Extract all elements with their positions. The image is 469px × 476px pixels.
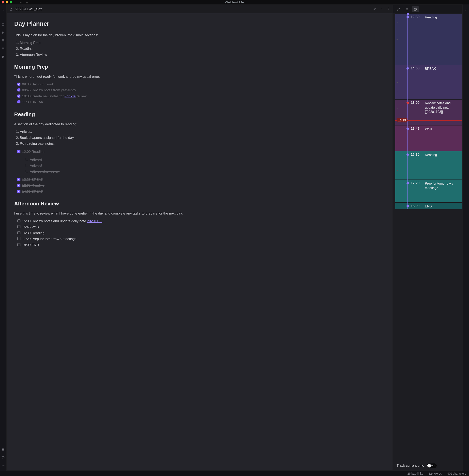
timeline-label: Prep for tomorrow's meetings	[425, 181, 460, 190]
workspace: 2020-11-21_Sat Day Planner This is my pl…	[6, 4, 463, 471]
checkbox[interactable]	[17, 178, 20, 181]
morning-tasks: 09:30 Setup for work 09:45 Review notes …	[17, 81, 385, 105]
reading-intro: A section of the day dedicated to readin…	[14, 122, 385, 127]
timeline-block[interactable]: 18:00END	[395, 202, 462, 209]
expand-sidebar-icon[interactable]	[1, 8, 5, 12]
more-options-icon[interactable]	[387, 7, 390, 11]
timeline-time: 17:20	[411, 181, 419, 185]
checkbox[interactable]	[17, 150, 20, 153]
timeline-block[interactable]: 17:20Prep for tomorrow's meetings	[395, 180, 462, 202]
task-item: Article 2	[25, 163, 385, 169]
task-item: 09:30 Setup for work	[17, 81, 385, 87]
checkbox[interactable]	[17, 95, 20, 98]
edit-mode-icon[interactable]	[373, 7, 376, 11]
task-text: 15:00 Review notes and update daily note…	[22, 219, 102, 224]
timeline-dot	[406, 153, 409, 156]
svg-point-15	[388, 8, 389, 8]
timeline-time: 15:00	[411, 101, 419, 105]
copy-icon[interactable]	[1, 55, 5, 59]
morning-intro: This is where I get ready for work and d…	[14, 74, 385, 79]
checkbox[interactable]	[17, 237, 20, 240]
timeline-block[interactable]: 16:30Reading	[395, 151, 462, 180]
svg-rect-0	[2, 23, 4, 26]
task-item: 11:30 BREAK	[17, 99, 385, 105]
quick-switcher-icon[interactable]	[1, 23, 5, 26]
checkbox[interactable]	[25, 158, 28, 161]
status-backlinks[interactable]: 25 backlinks	[407, 472, 423, 475]
checkbox[interactable]	[17, 100, 20, 103]
nav-forward-button[interactable]: →	[26, 0, 29, 4]
checkbox[interactable]	[17, 184, 20, 187]
app-title: Obsidian 0.9.16	[0, 1, 469, 4]
checkbox[interactable]	[17, 231, 20, 234]
maximize-window-button[interactable]	[10, 1, 12, 3]
help-icon[interactable]	[1, 456, 5, 459]
vault-icon[interactable]	[1, 448, 5, 451]
checkbox[interactable]	[17, 225, 20, 228]
section-heading-reading: Reading	[14, 110, 385, 119]
task-text: 12:25 BREAK	[22, 177, 43, 182]
task-text: 15:45 Walk	[22, 224, 39, 230]
checkbox[interactable]	[17, 83, 20, 85]
outline-tab[interactable]	[403, 6, 410, 12]
timeline-dot	[406, 67, 409, 70]
timeline-dot	[406, 128, 409, 130]
track-time-toggle[interactable]: OFF	[427, 463, 437, 468]
right-ribbon	[463, 4, 469, 471]
daily-note-icon[interactable]	[1, 47, 5, 51]
timeline-pane: 12:30Reading14:00BREAK15:00Review notes …	[393, 5, 462, 470]
svg-point-16	[388, 9, 389, 9]
nav-back-button[interactable]: ←	[19, 0, 22, 4]
task-text: 18:00 END	[22, 242, 39, 248]
svg-rect-9	[2, 56, 4, 58]
timeline-dot	[406, 182, 409, 184]
checkbox[interactable]	[17, 243, 20, 246]
timeline-track	[407, 13, 408, 209]
settings-icon[interactable]	[1, 464, 5, 468]
editor-content[interactable]: Day Planner This is my plan for the day …	[7, 13, 393, 470]
checkbox[interactable]	[25, 170, 28, 173]
task-text: 14:00 BREAK	[22, 189, 43, 194]
timeline-block[interactable]: 14:00BREAK	[395, 65, 462, 99]
note-link[interactable]: 20201103	[87, 219, 102, 223]
templates-icon[interactable]	[1, 39, 5, 42]
task-text: 16:30 Reading	[22, 231, 45, 236]
file-icon	[9, 7, 13, 11]
checkbox[interactable]	[17, 190, 20, 193]
timeline-label: Reading	[425, 15, 460, 20]
task-text: 12:00 Reading	[22, 149, 45, 154]
svg-rect-10	[2, 56, 4, 57]
timeline-container: 12:30Reading14:00BREAK15:00Review notes …	[393, 13, 462, 461]
svg-rect-11	[2, 448, 4, 451]
close-pane-icon[interactable]	[380, 7, 383, 11]
list-item: Re-reading past notes.	[20, 141, 385, 147]
timeline-block[interactable]: 12:30Reading	[395, 13, 462, 65]
svg-rect-7	[3, 41, 4, 42]
timeline-dot	[406, 102, 409, 104]
list-item: Articles.	[20, 129, 385, 135]
checkbox[interactable]	[25, 164, 28, 167]
timeline-label: Review notes and update daily note [[202…	[425, 101, 460, 114]
intro-text: This is my plan for the day broken into …	[14, 33, 385, 38]
track-time-row: Track current time OFF	[393, 461, 462, 470]
collapse-right-sidebar-icon[interactable]	[464, 8, 468, 12]
timeline-scroll[interactable]: 12:30Reading14:00BREAK15:00Review notes …	[393, 13, 462, 461]
task-item: Article 1	[25, 157, 385, 163]
task-item: 14:00 BREAK	[17, 189, 385, 195]
timeline-block[interactable]: 15:45Walk	[395, 125, 462, 151]
backlinks-tab[interactable]	[395, 6, 402, 12]
close-window-button[interactable]	[2, 1, 4, 3]
timeline-label: Reading	[425, 153, 460, 157]
task-item: Article notes review	[25, 169, 385, 175]
toggle-knob	[427, 464, 431, 468]
status-bar: 25 backlinks 124 words 902 characters	[0, 471, 469, 476]
task-item: 15:00 Review notes and update daily note…	[17, 218, 385, 224]
minimize-window-button[interactable]	[6, 1, 8, 3]
calendar-timeline-tab[interactable]	[412, 6, 419, 12]
checkbox[interactable]	[17, 88, 20, 91]
tag-link[interactable]: #article	[65, 94, 76, 98]
checkbox[interactable]	[17, 219, 20, 222]
graph-view-icon[interactable]	[1, 31, 5, 34]
task-text: Article notes review	[30, 169, 59, 174]
task-text: 17:20 Prep for tomorrow's meetings	[22, 236, 76, 242]
